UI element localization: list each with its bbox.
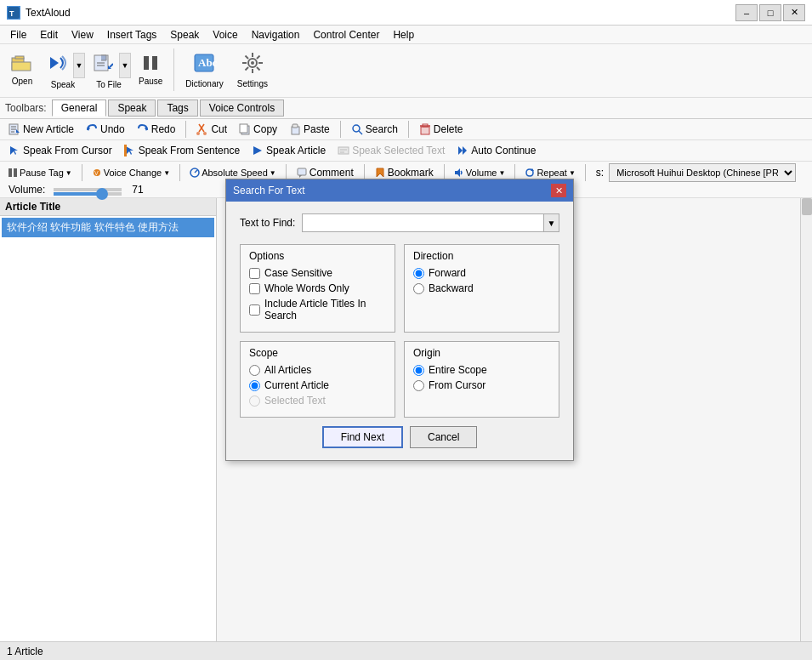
dialog-sections-top: Options Case Sensitive Whole Words Only … xyxy=(240,244,559,333)
include-titles-checkbox[interactable]: Include Article Titles In Search xyxy=(249,298,386,321)
dialog-buttons: Find Next Cancel xyxy=(240,426,559,448)
all-articles-input[interactable] xyxy=(249,365,260,376)
dialog-close-button[interactable]: ✕ xyxy=(551,184,566,197)
find-label: Text to Find: xyxy=(240,217,295,229)
direction-label: Direction xyxy=(413,250,550,262)
backward-radio[interactable]: Backward xyxy=(413,282,550,294)
scope-section: Scope All Articles Current Article Selec… xyxy=(240,341,395,418)
origin-label: Origin xyxy=(413,347,550,359)
entire-scope-label: Entire Scope xyxy=(429,364,487,376)
current-article-label: Current Article xyxy=(264,379,329,391)
find-dropdown-button[interactable]: ▼ xyxy=(544,213,559,232)
selected-text-radio[interactable]: Selected Text xyxy=(249,395,386,407)
find-next-button[interactable]: Find Next xyxy=(322,426,403,448)
find-row: Text to Find: ▼ xyxy=(240,213,559,232)
dialog-body: Text to Find: ▼ Options Case Sensitive W… xyxy=(226,202,573,460)
origin-section: Origin Entire Scope From Cursor xyxy=(404,341,559,418)
dialog-overlay: Search For Text ✕ Text to Find: ▼ Option… xyxy=(0,0,812,660)
case-sensitive-label: Case Sensitive xyxy=(264,267,332,279)
whole-words-input[interactable] xyxy=(249,283,260,294)
search-dialog: Search For Text ✕ Text to Find: ▼ Option… xyxy=(225,179,574,461)
backward-label: Backward xyxy=(429,282,474,294)
whole-words-label: Whole Words Only xyxy=(264,282,349,294)
dialog-sections-bottom: Scope All Articles Current Article Selec… xyxy=(240,341,559,418)
scope-label: Scope xyxy=(249,347,386,359)
case-sensitive-input[interactable] xyxy=(249,268,260,279)
forward-label: Forward xyxy=(429,267,466,279)
current-article-radio[interactable]: Current Article xyxy=(249,379,386,391)
case-sensitive-checkbox[interactable]: Case Sensitive xyxy=(249,267,386,279)
options-label: Options xyxy=(249,250,386,262)
entire-scope-radio[interactable]: Entire Scope xyxy=(413,364,550,376)
dialog-titlebar: Search For Text ✕ xyxy=(226,179,573,202)
include-titles-input[interactable] xyxy=(249,304,260,316)
include-titles-label: Include Article Titles In Search xyxy=(264,298,386,321)
selected-text-label: Selected Text xyxy=(264,395,326,407)
forward-input[interactable] xyxy=(413,268,424,279)
entire-scope-input[interactable] xyxy=(413,365,424,376)
options-section: Options Case Sensitive Whole Words Only … xyxy=(240,244,395,333)
all-articles-label: All Articles xyxy=(264,364,311,376)
direction-section: Direction Forward Backward xyxy=(404,244,559,333)
forward-radio[interactable]: Forward xyxy=(413,267,550,279)
from-cursor-input[interactable] xyxy=(413,380,424,391)
find-input[interactable] xyxy=(302,213,544,232)
all-articles-radio[interactable]: All Articles xyxy=(249,364,386,376)
cancel-button[interactable]: Cancel xyxy=(410,426,477,448)
current-article-input[interactable] xyxy=(249,380,260,391)
from-cursor-radio[interactable]: From Cursor xyxy=(413,379,550,391)
dialog-title: Search For Text xyxy=(233,185,304,196)
selected-text-input[interactable] xyxy=(249,395,260,407)
backward-input[interactable] xyxy=(413,283,424,294)
from-cursor-label: From Cursor xyxy=(429,379,485,391)
whole-words-checkbox[interactable]: Whole Words Only xyxy=(249,282,386,294)
